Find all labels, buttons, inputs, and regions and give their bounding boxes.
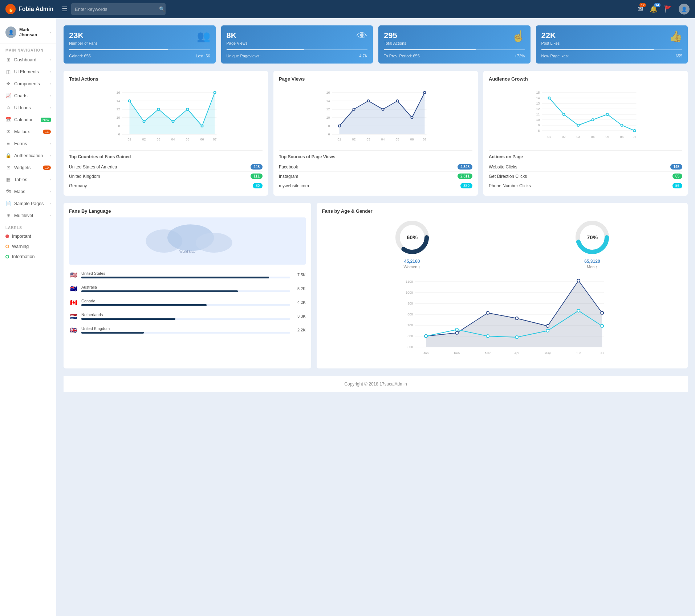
stat-card-pageviews: 8K Page Views 👁 Unique Pageviews: 4.7K xyxy=(221,25,373,64)
flag-icon-wrap[interactable]: 🚩 xyxy=(664,5,672,13)
svg-point-126 xyxy=(515,336,518,339)
audience-growth-card: Audience Growth 15 14 13 12 11 10 xyxy=(483,71,688,196)
mail-badge: 12 xyxy=(639,3,646,7)
search-input[interactable] xyxy=(71,3,166,15)
svg-marker-26 xyxy=(130,93,215,134)
sidebar-item-sample-pages[interactable]: 📄 Sample Pages › xyxy=(0,197,56,209)
svg-text:Jan: Jan xyxy=(423,351,429,355)
top-navigation: 🔥 Fobia Admin ☰ 🔍 ✉ 12 🔔 14 🚩 👤 xyxy=(0,0,695,18)
tables-icon: ▦ xyxy=(5,177,11,182)
arrow-icon: › xyxy=(50,94,51,98)
label-warning[interactable]: Warning xyxy=(0,241,56,252)
stat-card-actions: 295 Total Actions ☝ To Prev. Period: 655… xyxy=(378,25,531,64)
svg-point-47 xyxy=(338,125,341,127)
svg-text:01: 01 xyxy=(337,138,341,141)
arrow-icon: › xyxy=(50,142,51,146)
maps-icon: 🗺 xyxy=(5,189,11,194)
sidebar-item-multilevel[interactable]: ⊞ Multilevel › xyxy=(0,209,56,221)
map-placeholder: World Map xyxy=(69,217,306,265)
svg-text:14: 14 xyxy=(326,99,330,103)
svg-text:700: 700 xyxy=(407,323,413,327)
nav-section-label: MAIN NAVIGATION xyxy=(0,44,56,54)
sidebar-item-authentication[interactable]: 🔒 Authentication › xyxy=(0,150,56,162)
mailbox-badge: 13 xyxy=(43,130,51,134)
total-actions-table: Top Countries of Fans Gained United Stat… xyxy=(69,150,263,190)
men-donut: 70% 65,3120 Men ↑ xyxy=(572,217,612,269)
page-views-title: Page Views xyxy=(279,76,472,82)
svg-text:05: 05 xyxy=(395,138,399,141)
svg-text:Apr: Apr xyxy=(514,351,519,355)
audience-growth-table: Actions on Page Website Clicks 145 Get D… xyxy=(489,150,682,190)
sidebar-label-widgets: Widgets xyxy=(14,165,31,170)
sidebar-item-maps[interactable]: 🗺 Maps › xyxy=(0,185,56,197)
sidebar-item-dashboard[interactable]: ⊞ Dashboard › xyxy=(0,54,56,66)
fans-label: Number of Fans xyxy=(69,41,210,45)
total-actions-chart: 16 14 12 10 8 6 01 02 03 04 05 06 07 xyxy=(69,85,263,143)
svg-point-51 xyxy=(397,100,399,102)
svg-point-129 xyxy=(601,325,603,327)
label-information[interactable]: Information xyxy=(0,252,56,262)
table-row: Germany 80 xyxy=(69,181,263,190)
women-number: 45,2160 xyxy=(392,259,432,264)
pageviews-label: Page Views xyxy=(227,41,368,45)
page-views-card: Page Views 16 14 12 10 8 6 01 02 03 xyxy=(273,71,478,196)
svg-point-128 xyxy=(577,309,580,312)
multilevel-icon: ⊞ xyxy=(5,213,11,218)
brand-name: Fobia Admin xyxy=(19,6,53,12)
sidebar-item-mailbox[interactable]: ✉ Mailbox 13 xyxy=(0,126,56,138)
user-avatar[interactable]: 👤 xyxy=(679,4,690,15)
labels-section-label: LABELS xyxy=(0,221,56,231)
svg-text:10: 10 xyxy=(536,118,540,122)
sidebar-item-widgets[interactable]: ⊡ Widgets 10 xyxy=(0,162,56,174)
chevron-right-icon: › xyxy=(50,30,51,34)
main-content: 23K Number of Fans 👥 Gained: 655 Lost: 5… xyxy=(56,18,695,616)
fans-age-gender-title: Fans by Age & Gender xyxy=(322,208,682,214)
sidebar-avatar: 👤 xyxy=(5,26,16,38)
bell-icon-wrap[interactable]: 🔔 14 xyxy=(650,5,658,13)
sidebar-item-components[interactable]: ❖ Components › xyxy=(0,78,56,90)
dashboard-icon: ⊞ xyxy=(5,57,11,62)
sidebar-item-tables[interactable]: ▦ Tables › xyxy=(0,174,56,185)
svg-text:14: 14 xyxy=(116,99,120,103)
svg-point-119 xyxy=(515,317,518,320)
hamburger-menu[interactable]: ☰ xyxy=(62,5,68,13)
important-dot xyxy=(5,234,9,238)
svg-point-80 xyxy=(592,119,594,121)
svg-text:03: 03 xyxy=(366,138,370,141)
ui-icons-icon: ☺ xyxy=(5,105,11,110)
charts-row: Total Actions 16 14 12 10 8 6 xyxy=(64,71,688,196)
table-row: mywebsite.com 280 xyxy=(279,181,472,190)
sidebar-item-calendar[interactable]: 📅 Calendar New xyxy=(0,114,56,126)
us-flag: 🇺🇸 xyxy=(69,270,78,280)
svg-point-125 xyxy=(486,335,489,338)
sidebar-label-authentication: Authentication xyxy=(14,153,43,158)
svg-point-117 xyxy=(455,331,458,334)
sidebar-item-forms[interactable]: ≡ Forms › xyxy=(0,138,56,150)
table-row: United Kingdom 111 xyxy=(69,172,263,181)
mail-icon-wrap[interactable]: ✉ 12 xyxy=(638,5,643,13)
table-row: United States of America 248 xyxy=(69,162,263,172)
svg-text:06: 06 xyxy=(200,138,204,141)
svg-text:05: 05 xyxy=(186,138,189,141)
svg-point-86 xyxy=(196,233,232,253)
age-gender-line-chart: 1100 1000 900 800 700 600 500 Jan Feb Ma… xyxy=(322,278,682,362)
svg-text:Feb: Feb xyxy=(454,351,460,355)
sidebar-label-ui-elements: UI Elements xyxy=(14,69,39,74)
svg-point-81 xyxy=(606,113,609,115)
arrow-icon: › xyxy=(50,154,51,158)
charts-icon: 📈 xyxy=(5,93,11,98)
sidebar-item-ui-icons[interactable]: ☺ UI Icons › xyxy=(0,102,56,114)
fans-right: Lost: 56 xyxy=(196,54,210,58)
svg-text:8: 8 xyxy=(538,129,540,132)
arrow-icon: › xyxy=(50,178,51,181)
svg-text:12: 12 xyxy=(536,107,540,111)
nl-flag: 🇳🇱 xyxy=(69,311,78,321)
pageviews-right: 4.7K xyxy=(359,54,367,58)
page-views-table: Top Sources of Page Views Facebook 4,348… xyxy=(279,150,472,190)
label-important[interactable]: Important xyxy=(0,231,56,241)
svg-text:04: 04 xyxy=(591,135,594,139)
sidebar-item-ui-elements[interactable]: ◫ UI Elements › xyxy=(0,66,56,78)
sidebar-item-charts[interactable]: 📈 Charts › xyxy=(0,90,56,102)
brand-logo: 🔥 Fobia Admin xyxy=(5,4,56,14)
fans-language-card: Fans By Language World Map 🇺🇸 United St xyxy=(64,203,311,368)
